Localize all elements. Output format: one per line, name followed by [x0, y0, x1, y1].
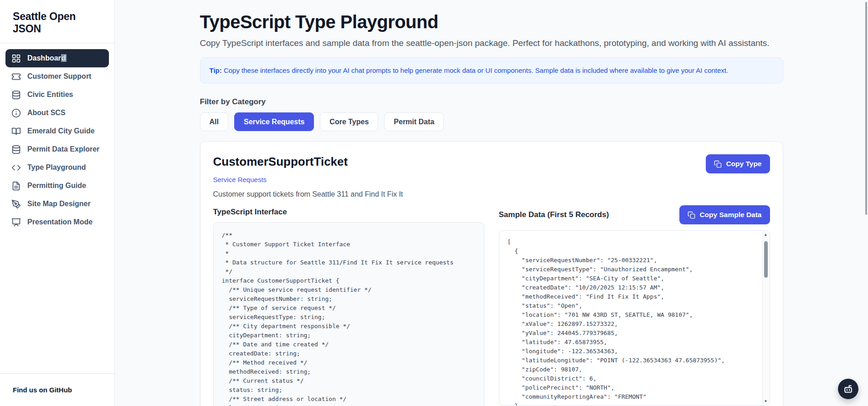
sample-json: [ { "serviceRequestNumber": "25-00332221… [499, 231, 770, 406]
assistant-bot-button[interactable] [838, 379, 858, 399]
copy-type-button[interactable]: Copy Type [706, 154, 770, 173]
copy-icon [714, 160, 722, 168]
scroll-down-arrow[interactable]: ▼ [763, 398, 769, 405]
sidebar-item-label: Customer Support [27, 72, 91, 81]
typescript-code: /** * Customer Support Ticket Interface … [222, 231, 476, 406]
copy-sample-data-button[interactable]: Copy Sample Data [679, 205, 770, 224]
filter-button-group: All Service Requests Core Types Permit D… [200, 112, 783, 131]
sidebar-item-type-playground[interactable]: Type Playground [5, 158, 109, 177]
tip-label: Tip: [210, 66, 222, 74]
sidebar-item-label: Permit Data Explorer [27, 145, 99, 153]
sidebar-item-permit-data-explorer[interactable]: Permit Data Explorer [5, 140, 109, 158]
tip-text: Copy these interfaces directly into your… [222, 66, 728, 74]
sidebar-nav: Dashboard Customer Support Civic Entitie… [0, 43, 114, 237]
file-text-icon [11, 181, 21, 191]
filter-by-category-label: Filter by Category [200, 97, 783, 107]
sidebar-item-label: Type Playground [27, 163, 86, 172]
copy-icon [688, 211, 695, 219]
sidebar-item-label: Dashboard [27, 54, 67, 62]
sidebar-item-label: Permitting Guide [27, 182, 86, 190]
robot-icon [842, 383, 854, 395]
sidebar-item-customer-support[interactable]: Customer Support [5, 67, 109, 86]
sidebar-item-permitting-guide[interactable]: Permitting Guide [5, 177, 109, 195]
filter-button-core-types[interactable]: Core Types [320, 112, 378, 131]
sidebar-item-presentation-mode[interactable]: Presentation Mode [5, 213, 109, 231]
page-scrollbar[interactable] [864, 0, 868, 406]
tip-banner: Tip: Copy these interfaces directly into… [200, 57, 783, 83]
interface-label: TypeScript Interface [213, 208, 484, 217]
github-link[interactable]: Find us on GitHub [0, 373, 114, 406]
filter-button-all[interactable]: All [200, 112, 228, 131]
database-icon [11, 145, 21, 154]
card-title: CustomerSupportTicket [213, 154, 348, 169]
app-title: Seattle Open JSON [0, 0, 114, 43]
sidebar-item-label: Presentation Mode [27, 218, 92, 226]
sidebar-item-dashboard[interactable]: Dashboard [5, 49, 109, 67]
page-scrollbar-thumb[interactable] [865, 2, 867, 215]
sidebar-item-label: Civic Entities [27, 91, 73, 99]
sidebar-item-about-scs[interactable]: About SCS [5, 104, 109, 122]
scroll-up-arrow[interactable]: ▲ [763, 232, 769, 238]
typescript-code-block: /** * Customer Support Ticket Interface … [213, 222, 484, 406]
sidebar-item-label: Emerald City Guide [27, 127, 95, 135]
sidebar-item-civic-entities[interactable]: Civic Entities [5, 86, 109, 104]
sidebar-item-label: About SCS [27, 109, 66, 117]
sidebar-item-label: Site Map Designer [27, 200, 91, 208]
json-scrollbar[interactable]: ▲ ▼ [762, 231, 769, 405]
card-category-link[interactable]: Service Requests [213, 176, 267, 183]
database-icon [11, 90, 21, 100]
sample-data-label: Sample Data (First 5 Records) [499, 210, 609, 219]
text-cursor-highlight: d [61, 54, 67, 62]
sample-json-panel[interactable]: [ { "serviceRequestNumber": "25-00332221… [499, 230, 770, 406]
info-icon [11, 108, 21, 118]
code-icon [11, 163, 21, 173]
book-open-icon [11, 127, 21, 136]
card-description: Customer support tickets from Seattle 31… [213, 190, 770, 198]
ticket-icon [11, 72, 21, 81]
filter-button-service-requests[interactable]: Service Requests [234, 112, 314, 131]
page-title: TypeScript Type Playground [200, 12, 783, 32]
sidebar-item-emerald-city-guide[interactable]: Emerald City Guide [5, 122, 109, 140]
sample-data-column: Sample Data (First 5 Records) Copy Sampl… [499, 205, 770, 406]
json-scrollbar-thumb[interactable] [764, 241, 768, 278]
pen-tool-icon [11, 199, 21, 209]
type-card: CustomerSupportTicket Copy Type Service … [200, 141, 783, 406]
filter-button-permit-data[interactable]: Permit Data [384, 112, 444, 131]
interface-column: TypeScript Interface /** * Customer Supp… [213, 205, 484, 406]
sidebar-top: Seattle Open JSON Dashboard Customer Sup… [0, 0, 114, 237]
main-content: TypeScript Type Playground Copy TypeScri… [115, 0, 868, 406]
presentation-icon [11, 218, 21, 227]
dashboard-icon [11, 54, 21, 63]
page-subtitle: Copy TypeScript interfaces and sample da… [200, 38, 783, 48]
sidebar: Seattle Open JSON Dashboard Customer Sup… [0, 0, 115, 406]
sidebar-item-site-map-designer[interactable]: Site Map Designer [5, 195, 109, 213]
